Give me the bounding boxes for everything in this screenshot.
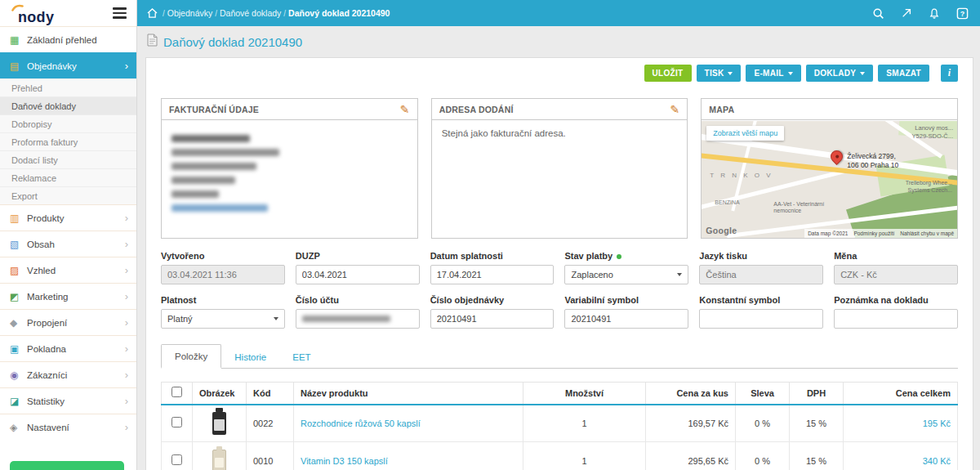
svg-text:?: ? xyxy=(960,9,964,17)
sidebar-subitem-credit-notes[interactable]: Dobropisy xyxy=(0,114,136,132)
sidebar-item-statistics[interactable]: ◪ Statistiky › xyxy=(0,387,136,414)
sidebar-subitem-tax-documents[interactable]: Daňové doklady xyxy=(0,96,136,114)
map-pin-icon[interactable] xyxy=(828,148,845,165)
sidebar-item-appearance[interactable]: ▨ Vzhled › xyxy=(0,257,136,283)
menu-toggle-icon[interactable] xyxy=(113,7,127,19)
discount-value: 0 % xyxy=(736,442,790,470)
select-all-checkbox[interactable] xyxy=(172,387,182,397)
sidebar-item-label: Nastavení xyxy=(27,423,69,432)
info-button[interactable]: i xyxy=(941,65,958,82)
sidebar-subitem-claims[interactable]: Reklamace xyxy=(0,168,136,186)
map-attr-report[interactable]: Nahlásit chybu v mapě xyxy=(900,231,954,236)
home-icon[interactable] xyxy=(147,8,158,18)
billing-panel-title: FAKTURAČNÍ ÚDAJE xyxy=(169,105,259,114)
unit-price-value: 169,57 Kč xyxy=(646,405,736,442)
sidebar-item-cashdesk[interactable]: ▣ Pokladna › xyxy=(0,335,136,361)
chevron-down-icon xyxy=(677,273,682,276)
constant-symbol-input[interactable] xyxy=(699,309,823,329)
shipping-panel-title: ADRESA DODÁNÍ xyxy=(439,105,514,114)
sidebar-subitem-overview[interactable]: Přehled xyxy=(0,78,136,96)
field-created: Vytvořeno 03.04.2021 11:36 xyxy=(161,251,285,284)
sidebar-item-settings[interactable]: ◈ Nastavení › xyxy=(0,414,136,440)
edit-shipping-icon[interactable]: ✎ xyxy=(670,103,679,116)
sidebar-item-orders[interactable]: ▤ Objednávky › xyxy=(0,52,136,78)
save-button[interactable]: ULOŽIT xyxy=(644,65,692,82)
edit-billing-icon[interactable]: ✎ xyxy=(400,103,410,116)
plug-icon: ◆ xyxy=(10,318,27,328)
tabs: Položky Historie EET xyxy=(161,343,958,369)
logo[interactable]: nody xyxy=(11,2,54,25)
tab-items[interactable]: Položky xyxy=(161,344,221,369)
tab-history[interactable]: Historie xyxy=(221,346,279,368)
breadcrumb-separator: / xyxy=(283,9,286,18)
sidebar-item-label: Základní přehled xyxy=(27,35,97,45)
table-header-row: Obrázek Kód Název produktu Množství Cena… xyxy=(162,383,958,405)
map-place-label: Lanový mos... xyxy=(915,124,953,132)
account-number-input[interactable] xyxy=(296,309,420,329)
row-checkbox[interactable] xyxy=(172,417,182,427)
cash-register-icon: ▣ xyxy=(10,344,27,354)
breadcrumb-orders[interactable]: Objednávky xyxy=(167,8,212,18)
open-external-icon[interactable] xyxy=(901,7,912,19)
cart-icon: ▤ xyxy=(10,61,27,71)
duzp-input[interactable] xyxy=(296,265,420,284)
chevron-right-icon: › xyxy=(125,60,128,71)
tab-eet[interactable]: EET xyxy=(279,346,323,368)
invoice-note-input[interactable] xyxy=(834,309,958,329)
product-link[interactable]: Rozchodnice růžová 50 kapslí xyxy=(301,419,421,428)
sidebar-item-content[interactable]: ▧ Obsah › xyxy=(0,231,136,257)
map-panel: MAPA Lanový mos... Y529-SDO-Č... xyxy=(701,98,958,239)
print-button[interactable]: TISK xyxy=(697,65,742,82)
col-vat: DPH xyxy=(790,383,844,405)
sidebar-subitem-delivery-notes[interactable]: Dodací listy xyxy=(0,150,136,168)
sidebar: nody ▦ Základní přehled ▤ Objednávky › P… xyxy=(0,0,137,470)
items-table: Obrázek Kód Název produktu Množství Cena… xyxy=(161,382,958,470)
documents-button[interactable]: DOKLADY xyxy=(806,65,874,82)
col-code: Kód xyxy=(247,383,294,405)
field-label: Stav platby xyxy=(564,251,688,261)
dashboard-icon: ▦ xyxy=(10,35,27,45)
chevron-right-icon: › xyxy=(125,343,128,354)
sidebar-item-products[interactable]: ▥ Produkty › xyxy=(0,204,136,231)
col-quantity: Množství xyxy=(523,383,646,405)
payment-status-select[interactable]: Zaplaceno xyxy=(564,265,688,284)
print-button-label: TISK xyxy=(705,69,724,78)
order-number-input[interactable] xyxy=(430,309,555,329)
sidebar-item-label: Objednávky xyxy=(27,61,77,71)
save-button-label: ULOŽIT xyxy=(653,69,684,78)
sidebar-item-label: Pokladna xyxy=(27,344,66,354)
due-date-input[interactable] xyxy=(430,265,555,284)
sidebar-item-overview[interactable]: ▦ Základní přehled xyxy=(0,26,136,52)
google-logo[interactable]: Google xyxy=(706,226,737,235)
sidebar-item-marketing[interactable]: ◩ Marketing › xyxy=(0,283,136,309)
product-link[interactable]: Vitamin D3 150 kapslí xyxy=(301,456,388,466)
view-larger-map-button[interactable]: Zobrazit větší mapu xyxy=(706,126,784,141)
table-row: 0010 Vitamin D3 150 kapslí 1 295,65 Kč 0… xyxy=(162,442,958,470)
sidebar-bottom-button[interactable] xyxy=(10,461,124,470)
sidebar-subitem-export[interactable]: Export xyxy=(0,186,136,204)
topbar: / Objednávky / Daňové doklady / Daňový d… xyxy=(137,0,980,26)
variable-symbol-input[interactable] xyxy=(564,309,688,329)
total-price-link[interactable]: 195 Kč xyxy=(923,419,951,428)
map-attr-terms[interactable]: Podmínky použití xyxy=(853,231,894,236)
col-name: Název produktu xyxy=(294,383,523,405)
toolbar: ULOŽIT TISK E-MAIL DOKLADY SMAZAT i xyxy=(161,65,958,82)
total-price-link[interactable]: 340 Kč xyxy=(923,456,951,466)
sidebar-item-label: Zákazníci xyxy=(27,370,67,380)
validity-select[interactable]: Platný xyxy=(161,309,285,329)
search-icon[interactable] xyxy=(872,7,884,20)
map[interactable]: Lanový mos... Y529-SDO-Č... T R N K O V … xyxy=(702,121,957,238)
delete-button[interactable]: SMAZAT xyxy=(878,65,929,82)
field-label: Číslo objednávky xyxy=(430,295,555,305)
sidebar-subitem-proforma[interactable]: Proforma faktury xyxy=(0,132,136,150)
field-label: Datum splatnosti xyxy=(430,251,555,261)
field-variable-symbol: Variabilní symbol xyxy=(564,295,688,329)
sidebar-item-connections[interactable]: ◆ Propojení › xyxy=(0,309,136,335)
sidebar-item-customers[interactable]: ◉ Zákazníci › xyxy=(0,361,136,387)
email-button[interactable]: E-MAIL xyxy=(746,65,800,82)
help-icon[interactable]: ? xyxy=(956,7,969,20)
breadcrumb-tax-documents[interactable]: Daňové doklady xyxy=(220,8,281,18)
chart-icon: ◪ xyxy=(10,396,27,406)
row-checkbox[interactable] xyxy=(172,454,182,465)
notifications-bell-icon[interactable] xyxy=(929,7,940,20)
